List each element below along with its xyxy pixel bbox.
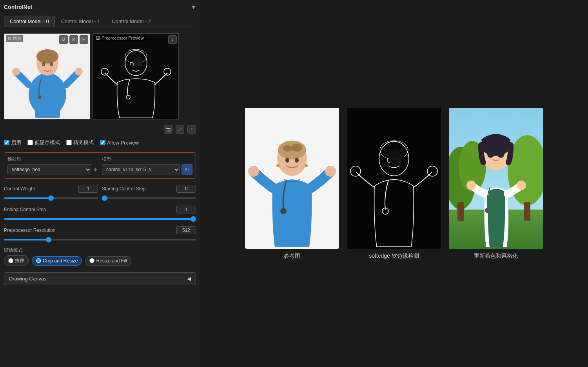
two-col-sliders: Control Weight Starting Control Step: [4, 185, 196, 200]
svg-point-24: [283, 145, 292, 152]
zoom-crop[interactable]: Crop and Resize: [32, 256, 82, 266]
model-select[interactable]: control_v11p_sd15_s control_v11p_sd15_ca…: [102, 164, 180, 175]
ending-step-section: Ending Control Step: [4, 206, 196, 221]
model-col: 模型 control_v11p_sd15_s control_v11p_sd15…: [102, 156, 192, 175]
preprocessor-col: 预处理 softedge_hed canny depth none ✦: [7, 156, 98, 175]
tabs-container: Control Model - 0 Control Model - 1 Cont…: [4, 16, 196, 27]
svg-point-23: [278, 141, 306, 159]
svg-rect-11: [35, 106, 60, 118]
ending-step-label: Ending Control Step: [4, 207, 47, 212]
preprocessor-res-slider[interactable]: [4, 239, 196, 240]
svg-point-41: [389, 149, 403, 166]
preview-icon: 🖼: [96, 36, 100, 40]
svg-point-3: [36, 49, 58, 63]
svg-point-8: [38, 95, 42, 99]
guess-mode-input[interactable]: [66, 140, 72, 145]
svg-point-32: [305, 164, 308, 167]
tab-model-1[interactable]: Control Model - 1: [56, 16, 106, 27]
svg-point-31: [276, 164, 279, 167]
ending-step-value[interactable]: [176, 206, 196, 213]
result-label-edge: softedge 软边缘检测: [369, 253, 419, 260]
collapse-icon[interactable]: ▼: [191, 4, 196, 10]
preprocessor-select[interactable]: softedge_hed canny depth none: [7, 164, 91, 175]
svg-rect-33: [347, 108, 441, 249]
allow-preview-input[interactable]: [100, 140, 105, 145]
result-item-edge: softedge 软边缘检测: [347, 108, 441, 260]
action-row: 📷 ⇌ ↑: [4, 125, 196, 134]
svg-point-57: [485, 208, 490, 213]
starting-step-label: Starting Control Step: [102, 186, 145, 192]
result-item-styled: 重新着色和风格化: [449, 108, 543, 260]
tab-model-0[interactable]: Control Model - 0: [4, 16, 55, 27]
control-weight-row: Control Weight: [4, 185, 98, 193]
control-weight-col: Control Weight: [4, 185, 98, 200]
model-label: 模型: [102, 156, 192, 163]
source-image-box: 🖼 图像 ↺ ✕ ✂: [4, 33, 90, 119]
camera-action-btn[interactable]: 📷: [164, 125, 172, 134]
image-row: 🖼 图像 ↺ ✕ ✂: [4, 33, 196, 119]
download-preview-btn[interactable]: ↓: [168, 35, 177, 44]
right-panel: 参考图: [200, 0, 588, 367]
close-image-btn[interactable]: ✕: [69, 35, 78, 44]
checkbox-row: 启用 低显存模式 猜测模式 Allow Preview: [4, 139, 196, 146]
svg-point-29: [295, 158, 299, 163]
preprocessor-label: 预处理: [7, 156, 98, 163]
enable-input[interactable]: [4, 140, 9, 145]
model-select-row: control_v11p_sd15_s control_v11p_sd15_ca…: [102, 164, 192, 175]
control-weight-label: Control Weight: [4, 186, 47, 192]
zoom-fill-radio[interactable]: [89, 258, 94, 263]
control-weight-value[interactable]: [78, 185, 98, 193]
tab-model-2[interactable]: Control Model - 2: [106, 16, 156, 27]
starting-step-col: Starting Control Step: [102, 185, 196, 200]
zoom-stretch-radio[interactable]: [8, 258, 13, 263]
preview-image-box: 🖼 Preprocessor Preview ↓: [93, 33, 179, 119]
svg-point-10: [50, 62, 53, 66]
zoom-crop-radio[interactable]: [36, 258, 41, 263]
svg-point-30: [280, 208, 287, 214]
result-images: 参考图: [245, 108, 543, 260]
result-img-styled: [449, 108, 543, 249]
zoom-fill[interactable]: Resize and Fill: [85, 256, 131, 266]
ending-step-slider[interactable]: [4, 218, 196, 220]
starting-step-slider[interactable]: [102, 197, 196, 199]
starting-step-value[interactable]: [176, 185, 196, 193]
model-row: 预处理 softedge_hed canny depth none ✦ 模型 c…: [7, 156, 192, 175]
preprocessor-res-value[interactable]: [176, 226, 196, 234]
preprocessor-res-row: Preprocessor Resolution: [4, 226, 196, 234]
left-panel: ControlNet ▼ Control Model - 0 Control M…: [0, 0, 200, 367]
drawing-canvas-bar[interactable]: Drawing Canvas ◀: [4, 272, 196, 285]
enable-checkbox[interactable]: 启用: [4, 139, 21, 146]
preprocessor-res-label: Preprocessor Resolution: [4, 228, 55, 233]
image-icon: 🖼: [7, 36, 11, 41]
result-img-edge: [347, 108, 441, 249]
source-image-controls: ↺ ✕ ✂: [59, 35, 88, 44]
starting-step-row: Starting Control Step: [102, 185, 196, 193]
svg-point-50: [517, 181, 526, 190]
svg-rect-47: [524, 202, 530, 221]
low-vram-input[interactable]: [27, 140, 33, 145]
source-image-label: 🖼 图像: [6, 35, 23, 42]
svg-point-27: [325, 166, 336, 177]
guess-mode-checkbox[interactable]: 猜测模式: [66, 139, 94, 146]
refresh-image-btn[interactable]: ↺: [59, 35, 68, 44]
allow-preview-checkbox[interactable]: Allow Preview: [100, 140, 139, 146]
svg-point-9: [42, 62, 45, 66]
panel-title: ControlNet: [4, 4, 32, 10]
preprocessor-res-section: Preprocessor Resolution: [4, 226, 196, 242]
panel-header: ControlNet ▼: [4, 4, 196, 10]
svg-point-20: [133, 56, 143, 67]
low-vram-checkbox[interactable]: 低显存模式: [27, 139, 60, 146]
swap-action-btn[interactable]: ⇌: [176, 125, 184, 134]
svg-point-28: [285, 158, 289, 163]
svg-rect-12: [93, 34, 179, 119]
zoom-stretch[interactable]: 拉伸: [4, 255, 29, 266]
zoom-radio-group: 拉伸 Crop and Resize Resize and Fill: [4, 255, 196, 266]
model-refresh-btn[interactable]: ↻: [181, 164, 192, 175]
crop-image-btn[interactable]: ✂: [80, 35, 88, 44]
preview-image-content: [93, 34, 178, 119]
drawing-canvas-label: Drawing Canvas: [9, 276, 46, 282]
control-weight-slider[interactable]: [4, 197, 98, 199]
upload-action-btn[interactable]: ↑: [187, 125, 196, 134]
result-item-reference: 参考图: [245, 108, 339, 260]
result-img-reference: [245, 108, 339, 249]
